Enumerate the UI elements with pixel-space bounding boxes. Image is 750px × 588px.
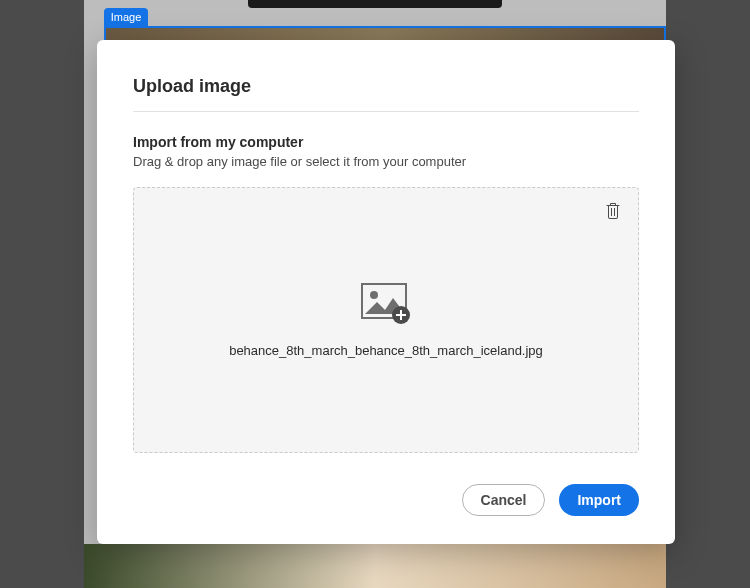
- canvas-toolbar: [248, 0, 502, 8]
- cancel-button[interactable]: Cancel: [462, 484, 546, 516]
- dialog-footer: Cancel Import: [462, 484, 639, 516]
- page-content-row: [84, 544, 666, 588]
- divider: [133, 111, 639, 112]
- dropzone[interactable]: behance_8th_march_behance_8th_march_icel…: [133, 187, 639, 453]
- import-subtext: Drag & drop any image file or select it …: [133, 154, 639, 169]
- import-heading: Import from my computer: [133, 134, 639, 150]
- svg-point-1: [370, 291, 378, 299]
- svg-rect-4: [396, 314, 406, 316]
- import-button[interactable]: Import: [559, 484, 639, 516]
- image-add-icon: [361, 283, 411, 329]
- trash-icon[interactable]: [604, 202, 622, 224]
- selected-filename: behance_8th_march_behance_8th_march_icel…: [229, 343, 543, 358]
- upload-image-dialog: Upload image Import from my computer Dra…: [97, 40, 675, 544]
- dialog-title: Upload image: [133, 76, 639, 111]
- component-tab-image[interactable]: Image: [104, 8, 148, 26]
